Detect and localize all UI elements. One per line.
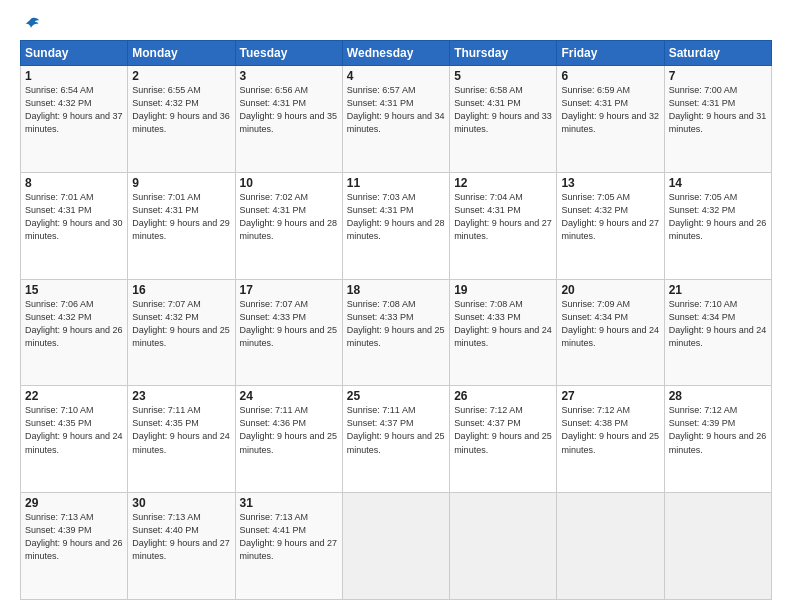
day-cell: 20Sunrise: 7:09 AMSunset: 4:34 PMDayligh… bbox=[557, 279, 664, 386]
day-number: 19 bbox=[454, 283, 552, 297]
day-cell: 1Sunrise: 6:54 AMSunset: 4:32 PMDaylight… bbox=[21, 66, 128, 173]
day-number: 3 bbox=[240, 69, 338, 83]
day-info: Sunrise: 7:13 AMSunset: 4:41 PMDaylight:… bbox=[240, 511, 338, 563]
day-cell: 12Sunrise: 7:04 AMSunset: 4:31 PMDayligh… bbox=[450, 172, 557, 279]
week-row-3: 15Sunrise: 7:06 AMSunset: 4:32 PMDayligh… bbox=[21, 279, 772, 386]
day-number: 26 bbox=[454, 389, 552, 403]
day-cell: 14Sunrise: 7:05 AMSunset: 4:32 PMDayligh… bbox=[664, 172, 771, 279]
day-cell: 25Sunrise: 7:11 AMSunset: 4:37 PMDayligh… bbox=[342, 386, 449, 493]
day-number: 7 bbox=[669, 69, 767, 83]
weekday-header-wednesday: Wednesday bbox=[342, 41, 449, 66]
day-info: Sunrise: 6:57 AMSunset: 4:31 PMDaylight:… bbox=[347, 84, 445, 136]
day-info: Sunrise: 6:59 AMSunset: 4:31 PMDaylight:… bbox=[561, 84, 659, 136]
day-cell: 31Sunrise: 7:13 AMSunset: 4:41 PMDayligh… bbox=[235, 493, 342, 600]
day-cell: 28Sunrise: 7:12 AMSunset: 4:39 PMDayligh… bbox=[664, 386, 771, 493]
day-info: Sunrise: 7:11 AMSunset: 4:37 PMDaylight:… bbox=[347, 404, 445, 456]
day-number: 11 bbox=[347, 176, 445, 190]
day-number: 28 bbox=[669, 389, 767, 403]
day-info: Sunrise: 7:03 AMSunset: 4:31 PMDaylight:… bbox=[347, 191, 445, 243]
day-cell: 29Sunrise: 7:13 AMSunset: 4:39 PMDayligh… bbox=[21, 493, 128, 600]
day-number: 31 bbox=[240, 496, 338, 510]
day-info: Sunrise: 6:56 AMSunset: 4:31 PMDaylight:… bbox=[240, 84, 338, 136]
day-info: Sunrise: 7:05 AMSunset: 4:32 PMDaylight:… bbox=[669, 191, 767, 243]
day-info: Sunrise: 7:13 AMSunset: 4:40 PMDaylight:… bbox=[132, 511, 230, 563]
day-info: Sunrise: 6:54 AMSunset: 4:32 PMDaylight:… bbox=[25, 84, 123, 136]
day-info: Sunrise: 7:00 AMSunset: 4:31 PMDaylight:… bbox=[669, 84, 767, 136]
weekday-header-monday: Monday bbox=[128, 41, 235, 66]
day-info: Sunrise: 7:01 AMSunset: 4:31 PMDaylight:… bbox=[25, 191, 123, 243]
day-cell: 10Sunrise: 7:02 AMSunset: 4:31 PMDayligh… bbox=[235, 172, 342, 279]
day-number: 9 bbox=[132, 176, 230, 190]
day-info: Sunrise: 7:08 AMSunset: 4:33 PMDaylight:… bbox=[347, 298, 445, 350]
day-number: 1 bbox=[25, 69, 123, 83]
day-cell: 11Sunrise: 7:03 AMSunset: 4:31 PMDayligh… bbox=[342, 172, 449, 279]
day-cell: 17Sunrise: 7:07 AMSunset: 4:33 PMDayligh… bbox=[235, 279, 342, 386]
day-cell: 22Sunrise: 7:10 AMSunset: 4:35 PMDayligh… bbox=[21, 386, 128, 493]
day-number: 25 bbox=[347, 389, 445, 403]
weekday-header-tuesday: Tuesday bbox=[235, 41, 342, 66]
day-number: 14 bbox=[669, 176, 767, 190]
day-number: 29 bbox=[25, 496, 123, 510]
day-number: 8 bbox=[25, 176, 123, 190]
day-cell bbox=[342, 493, 449, 600]
day-cell bbox=[557, 493, 664, 600]
day-info: Sunrise: 7:02 AMSunset: 4:31 PMDaylight:… bbox=[240, 191, 338, 243]
week-row-1: 1Sunrise: 6:54 AMSunset: 4:32 PMDaylight… bbox=[21, 66, 772, 173]
day-cell: 9Sunrise: 7:01 AMSunset: 4:31 PMDaylight… bbox=[128, 172, 235, 279]
day-number: 15 bbox=[25, 283, 123, 297]
weekday-header-saturday: Saturday bbox=[664, 41, 771, 66]
day-info: Sunrise: 7:05 AMSunset: 4:32 PMDaylight:… bbox=[561, 191, 659, 243]
weekday-header-friday: Friday bbox=[557, 41, 664, 66]
day-cell: 6Sunrise: 6:59 AMSunset: 4:31 PMDaylight… bbox=[557, 66, 664, 173]
day-info: Sunrise: 7:10 AMSunset: 4:34 PMDaylight:… bbox=[669, 298, 767, 350]
day-cell: 3Sunrise: 6:56 AMSunset: 4:31 PMDaylight… bbox=[235, 66, 342, 173]
calendar-table: SundayMondayTuesdayWednesdayThursdayFrid… bbox=[20, 40, 772, 600]
weekday-header-sunday: Sunday bbox=[21, 41, 128, 66]
day-info: Sunrise: 7:06 AMSunset: 4:32 PMDaylight:… bbox=[25, 298, 123, 350]
day-cell: 30Sunrise: 7:13 AMSunset: 4:40 PMDayligh… bbox=[128, 493, 235, 600]
day-cell: 23Sunrise: 7:11 AMSunset: 4:35 PMDayligh… bbox=[128, 386, 235, 493]
day-info: Sunrise: 7:01 AMSunset: 4:31 PMDaylight:… bbox=[132, 191, 230, 243]
day-number: 17 bbox=[240, 283, 338, 297]
day-number: 16 bbox=[132, 283, 230, 297]
day-number: 21 bbox=[669, 283, 767, 297]
week-row-5: 29Sunrise: 7:13 AMSunset: 4:39 PMDayligh… bbox=[21, 493, 772, 600]
day-info: Sunrise: 7:07 AMSunset: 4:32 PMDaylight:… bbox=[132, 298, 230, 350]
day-cell: 15Sunrise: 7:06 AMSunset: 4:32 PMDayligh… bbox=[21, 279, 128, 386]
day-cell: 16Sunrise: 7:07 AMSunset: 4:32 PMDayligh… bbox=[128, 279, 235, 386]
week-row-4: 22Sunrise: 7:10 AMSunset: 4:35 PMDayligh… bbox=[21, 386, 772, 493]
day-number: 22 bbox=[25, 389, 123, 403]
day-cell: 18Sunrise: 7:08 AMSunset: 4:33 PMDayligh… bbox=[342, 279, 449, 386]
day-info: Sunrise: 7:13 AMSunset: 4:39 PMDaylight:… bbox=[25, 511, 123, 563]
day-cell: 13Sunrise: 7:05 AMSunset: 4:32 PMDayligh… bbox=[557, 172, 664, 279]
day-number: 13 bbox=[561, 176, 659, 190]
day-info: Sunrise: 6:55 AMSunset: 4:32 PMDaylight:… bbox=[132, 84, 230, 136]
day-info: Sunrise: 7:12 AMSunset: 4:39 PMDaylight:… bbox=[669, 404, 767, 456]
header bbox=[20, 16, 772, 30]
day-number: 10 bbox=[240, 176, 338, 190]
day-info: Sunrise: 7:12 AMSunset: 4:38 PMDaylight:… bbox=[561, 404, 659, 456]
day-number: 23 bbox=[132, 389, 230, 403]
day-number: 12 bbox=[454, 176, 552, 190]
day-number: 5 bbox=[454, 69, 552, 83]
day-number: 6 bbox=[561, 69, 659, 83]
day-cell: 26Sunrise: 7:12 AMSunset: 4:37 PMDayligh… bbox=[450, 386, 557, 493]
weekday-header-thursday: Thursday bbox=[450, 41, 557, 66]
day-cell: 7Sunrise: 7:00 AMSunset: 4:31 PMDaylight… bbox=[664, 66, 771, 173]
day-number: 27 bbox=[561, 389, 659, 403]
day-cell: 8Sunrise: 7:01 AMSunset: 4:31 PMDaylight… bbox=[21, 172, 128, 279]
day-number: 18 bbox=[347, 283, 445, 297]
day-cell: 5Sunrise: 6:58 AMSunset: 4:31 PMDaylight… bbox=[450, 66, 557, 173]
day-info: Sunrise: 7:07 AMSunset: 4:33 PMDaylight:… bbox=[240, 298, 338, 350]
day-cell: 19Sunrise: 7:08 AMSunset: 4:33 PMDayligh… bbox=[450, 279, 557, 386]
page: SundayMondayTuesdayWednesdayThursdayFrid… bbox=[0, 0, 792, 612]
day-cell: 4Sunrise: 6:57 AMSunset: 4:31 PMDaylight… bbox=[342, 66, 449, 173]
day-cell: 27Sunrise: 7:12 AMSunset: 4:38 PMDayligh… bbox=[557, 386, 664, 493]
day-cell: 24Sunrise: 7:11 AMSunset: 4:36 PMDayligh… bbox=[235, 386, 342, 493]
day-info: Sunrise: 7:11 AMSunset: 4:36 PMDaylight:… bbox=[240, 404, 338, 456]
day-cell: 2Sunrise: 6:55 AMSunset: 4:32 PMDaylight… bbox=[128, 66, 235, 173]
day-cell: 21Sunrise: 7:10 AMSunset: 4:34 PMDayligh… bbox=[664, 279, 771, 386]
day-info: Sunrise: 6:58 AMSunset: 4:31 PMDaylight:… bbox=[454, 84, 552, 136]
week-row-2: 8Sunrise: 7:01 AMSunset: 4:31 PMDaylight… bbox=[21, 172, 772, 279]
logo bbox=[20, 16, 40, 30]
